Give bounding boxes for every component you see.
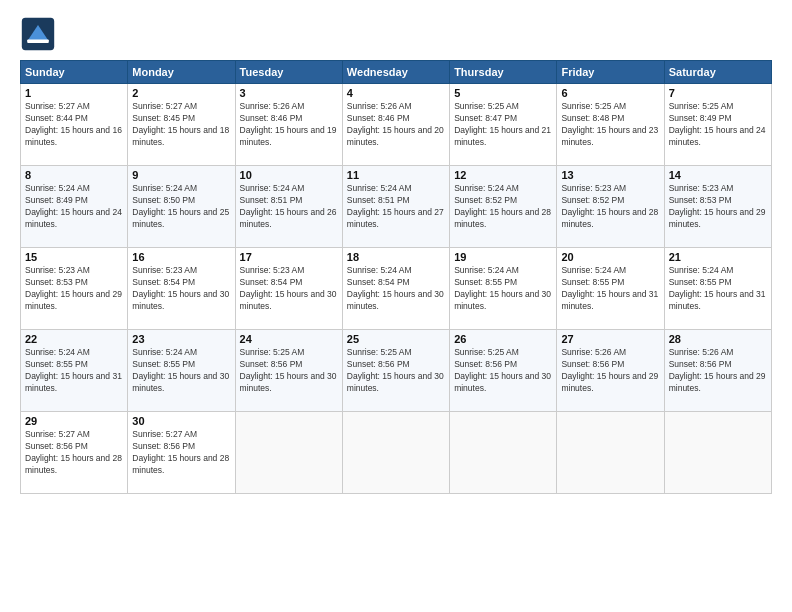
calendar-header-sunday: Sunday <box>21 61 128 84</box>
calendar-header-monday: Monday <box>128 61 235 84</box>
calendar-header-tuesday: Tuesday <box>235 61 342 84</box>
day-info: Sunrise: 5:27 AMSunset: 8:45 PMDaylight:… <box>132 101 230 149</box>
day-info: Sunrise: 5:25 AMSunset: 8:56 PMDaylight:… <box>240 347 338 395</box>
calendar-week-2: 8Sunrise: 5:24 AMSunset: 8:49 PMDaylight… <box>21 166 772 248</box>
day-info: Sunrise: 5:24 AMSunset: 8:50 PMDaylight:… <box>132 183 230 231</box>
calendar-day-17: 17Sunrise: 5:23 AMSunset: 8:54 PMDayligh… <box>235 248 342 330</box>
calendar-header-saturday: Saturday <box>664 61 771 84</box>
calendar-day-9: 9Sunrise: 5:24 AMSunset: 8:50 PMDaylight… <box>128 166 235 248</box>
calendar-day-21: 21Sunrise: 5:24 AMSunset: 8:55 PMDayligh… <box>664 248 771 330</box>
day-info: Sunrise: 5:26 AMSunset: 8:56 PMDaylight:… <box>669 347 767 395</box>
day-number: 4 <box>347 87 445 99</box>
calendar-week-3: 15Sunrise: 5:23 AMSunset: 8:53 PMDayligh… <box>21 248 772 330</box>
day-info: Sunrise: 5:24 AMSunset: 8:55 PMDaylight:… <box>454 265 552 313</box>
calendar-day-19: 19Sunrise: 5:24 AMSunset: 8:55 PMDayligh… <box>450 248 557 330</box>
day-info: Sunrise: 5:27 AMSunset: 8:44 PMDaylight:… <box>25 101 123 149</box>
day-number: 7 <box>669 87 767 99</box>
calendar-day-22: 22Sunrise: 5:24 AMSunset: 8:55 PMDayligh… <box>21 330 128 412</box>
calendar-day-30: 30Sunrise: 5:27 AMSunset: 8:56 PMDayligh… <box>128 412 235 494</box>
calendar-day-6: 6Sunrise: 5:25 AMSunset: 8:48 PMDaylight… <box>557 84 664 166</box>
day-info: Sunrise: 5:24 AMSunset: 8:51 PMDaylight:… <box>240 183 338 231</box>
day-info: Sunrise: 5:26 AMSunset: 8:56 PMDaylight:… <box>561 347 659 395</box>
day-number: 3 <box>240 87 338 99</box>
calendar-day-1: 1Sunrise: 5:27 AMSunset: 8:44 PMDaylight… <box>21 84 128 166</box>
calendar-day-3: 3Sunrise: 5:26 AMSunset: 8:46 PMDaylight… <box>235 84 342 166</box>
calendar-day-18: 18Sunrise: 5:24 AMSunset: 8:54 PMDayligh… <box>342 248 449 330</box>
header <box>20 16 772 52</box>
calendar-day-29: 29Sunrise: 5:27 AMSunset: 8:56 PMDayligh… <box>21 412 128 494</box>
calendar-day-28: 28Sunrise: 5:26 AMSunset: 8:56 PMDayligh… <box>664 330 771 412</box>
calendar-day-24: 24Sunrise: 5:25 AMSunset: 8:56 PMDayligh… <box>235 330 342 412</box>
logo-icon <box>20 16 56 52</box>
day-number: 9 <box>132 169 230 181</box>
calendar-day-16: 16Sunrise: 5:23 AMSunset: 8:54 PMDayligh… <box>128 248 235 330</box>
day-number: 22 <box>25 333 123 345</box>
day-number: 12 <box>454 169 552 181</box>
day-number: 1 <box>25 87 123 99</box>
day-number: 30 <box>132 415 230 427</box>
day-info: Sunrise: 5:25 AMSunset: 8:56 PMDaylight:… <box>454 347 552 395</box>
calendar-day-15: 15Sunrise: 5:23 AMSunset: 8:53 PMDayligh… <box>21 248 128 330</box>
empty-cell <box>664 412 771 494</box>
calendar-header-row: SundayMondayTuesdayWednesdayThursdayFrid… <box>21 61 772 84</box>
empty-cell <box>557 412 664 494</box>
day-info: Sunrise: 5:27 AMSunset: 8:56 PMDaylight:… <box>132 429 230 477</box>
calendar-table: SundayMondayTuesdayWednesdayThursdayFrid… <box>20 60 772 494</box>
page: SundayMondayTuesdayWednesdayThursdayFrid… <box>0 0 792 612</box>
calendar-day-8: 8Sunrise: 5:24 AMSunset: 8:49 PMDaylight… <box>21 166 128 248</box>
day-info: Sunrise: 5:24 AMSunset: 8:49 PMDaylight:… <box>25 183 123 231</box>
day-number: 21 <box>669 251 767 263</box>
day-info: Sunrise: 5:24 AMSunset: 8:55 PMDaylight:… <box>669 265 767 313</box>
day-info: Sunrise: 5:27 AMSunset: 8:56 PMDaylight:… <box>25 429 123 477</box>
empty-cell <box>235 412 342 494</box>
day-info: Sunrise: 5:25 AMSunset: 8:56 PMDaylight:… <box>347 347 445 395</box>
day-number: 11 <box>347 169 445 181</box>
empty-cell <box>450 412 557 494</box>
calendar-header-wednesday: Wednesday <box>342 61 449 84</box>
calendar-day-20: 20Sunrise: 5:24 AMSunset: 8:55 PMDayligh… <box>557 248 664 330</box>
logo <box>20 16 60 52</box>
calendar-day-13: 13Sunrise: 5:23 AMSunset: 8:52 PMDayligh… <box>557 166 664 248</box>
calendar-day-2: 2Sunrise: 5:27 AMSunset: 8:45 PMDaylight… <box>128 84 235 166</box>
calendar-header-thursday: Thursday <box>450 61 557 84</box>
day-info: Sunrise: 5:23 AMSunset: 8:52 PMDaylight:… <box>561 183 659 231</box>
day-info: Sunrise: 5:24 AMSunset: 8:55 PMDaylight:… <box>561 265 659 313</box>
day-info: Sunrise: 5:25 AMSunset: 8:49 PMDaylight:… <box>669 101 767 149</box>
day-number: 16 <box>132 251 230 263</box>
day-number: 13 <box>561 169 659 181</box>
calendar-day-11: 11Sunrise: 5:24 AMSunset: 8:51 PMDayligh… <box>342 166 449 248</box>
calendar-week-1: 1Sunrise: 5:27 AMSunset: 8:44 PMDaylight… <box>21 84 772 166</box>
calendar-day-27: 27Sunrise: 5:26 AMSunset: 8:56 PMDayligh… <box>557 330 664 412</box>
calendar-day-23: 23Sunrise: 5:24 AMSunset: 8:55 PMDayligh… <box>128 330 235 412</box>
calendar-day-25: 25Sunrise: 5:25 AMSunset: 8:56 PMDayligh… <box>342 330 449 412</box>
day-info: Sunrise: 5:23 AMSunset: 8:54 PMDaylight:… <box>132 265 230 313</box>
calendar-day-26: 26Sunrise: 5:25 AMSunset: 8:56 PMDayligh… <box>450 330 557 412</box>
calendar-day-14: 14Sunrise: 5:23 AMSunset: 8:53 PMDayligh… <box>664 166 771 248</box>
day-number: 27 <box>561 333 659 345</box>
day-info: Sunrise: 5:23 AMSunset: 8:53 PMDaylight:… <box>25 265 123 313</box>
day-info: Sunrise: 5:23 AMSunset: 8:54 PMDaylight:… <box>240 265 338 313</box>
day-number: 25 <box>347 333 445 345</box>
day-number: 2 <box>132 87 230 99</box>
day-info: Sunrise: 5:24 AMSunset: 8:52 PMDaylight:… <box>454 183 552 231</box>
day-info: Sunrise: 5:24 AMSunset: 8:54 PMDaylight:… <box>347 265 445 313</box>
day-info: Sunrise: 5:24 AMSunset: 8:51 PMDaylight:… <box>347 183 445 231</box>
day-number: 8 <box>25 169 123 181</box>
day-number: 29 <box>25 415 123 427</box>
day-number: 14 <box>669 169 767 181</box>
calendar-day-4: 4Sunrise: 5:26 AMSunset: 8:46 PMDaylight… <box>342 84 449 166</box>
day-info: Sunrise: 5:24 AMSunset: 8:55 PMDaylight:… <box>132 347 230 395</box>
day-number: 28 <box>669 333 767 345</box>
day-info: Sunrise: 5:25 AMSunset: 8:47 PMDaylight:… <box>454 101 552 149</box>
calendar-week-4: 22Sunrise: 5:24 AMSunset: 8:55 PMDayligh… <box>21 330 772 412</box>
day-info: Sunrise: 5:25 AMSunset: 8:48 PMDaylight:… <box>561 101 659 149</box>
day-info: Sunrise: 5:26 AMSunset: 8:46 PMDaylight:… <box>240 101 338 149</box>
day-number: 10 <box>240 169 338 181</box>
day-number: 5 <box>454 87 552 99</box>
svg-rect-2 <box>27 39 49 43</box>
day-number: 19 <box>454 251 552 263</box>
day-number: 20 <box>561 251 659 263</box>
calendar-week-5: 29Sunrise: 5:27 AMSunset: 8:56 PMDayligh… <box>21 412 772 494</box>
day-number: 15 <box>25 251 123 263</box>
day-info: Sunrise: 5:26 AMSunset: 8:46 PMDaylight:… <box>347 101 445 149</box>
